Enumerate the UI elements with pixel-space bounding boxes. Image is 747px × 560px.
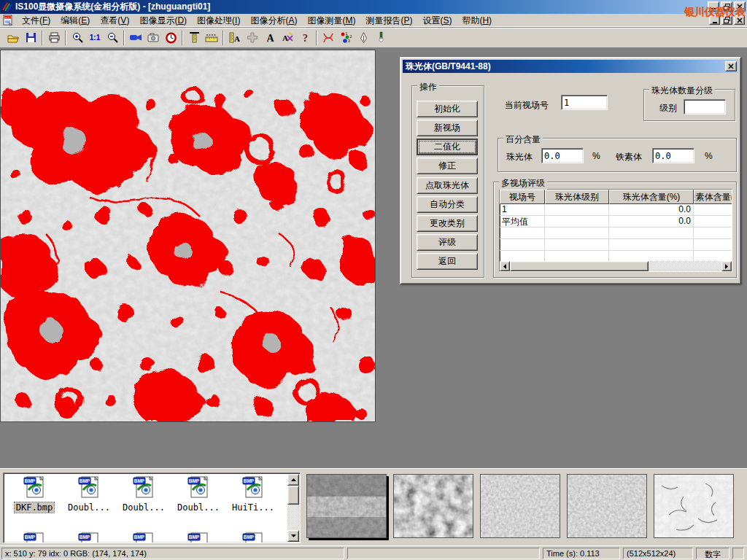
metallographic-image-canvas[interactable] — [0, 50, 376, 422]
toolbar-button-capture[interactable] — [144, 29, 162, 47]
thumbnail-4[interactable] — [567, 474, 647, 538]
toolbar-button-ruler[interactable] — [203, 29, 220, 47]
menu-help[interactable]: 帮助(H) — [457, 13, 497, 28]
toolbar-button-zoom-out[interactable] — [104, 29, 121, 47]
dialog-close-button[interactable] — [725, 61, 737, 71]
binarize-button[interactable]: 二值化 — [417, 139, 478, 155]
svg-text:BMP: BMP — [80, 478, 90, 483]
file-item-doubl3[interactable]: BMP Doubl... — [172, 475, 225, 513]
toolbar-button-measure-label[interactable]: A — [226, 29, 244, 47]
correct-button[interactable]: 修正 — [417, 158, 478, 174]
file-item-huiti[interactable]: BMP HuiTi... — [227, 475, 279, 513]
multifield-table[interactable]: 视场号 珠光体级别 珠光体含量(%) 铁素体含量(%) 1 0.0 — [499, 189, 732, 272]
grade-button[interactable]: 评级 — [417, 234, 478, 251]
mode-panel: 数字 — [696, 548, 729, 559]
bmp-file-icon: BMP — [23, 475, 46, 499]
table-row[interactable]: 1 0.0 — [500, 204, 732, 216]
toolbar-button-video[interactable] — [127, 29, 144, 47]
change-class-button[interactable]: 更改类别 — [417, 215, 478, 232]
table-row[interactable]: 平均值 0.0 — [500, 216, 732, 228]
file-name: Doubl... — [176, 502, 221, 513]
file-item-doubl2[interactable]: BMP Doubl... — [117, 475, 170, 513]
toolbar-button-print[interactable] — [45, 29, 63, 47]
child-restore-button[interactable] — [721, 15, 732, 25]
col-header-pearlite-pct[interactable]: 珠光体含量(%) — [609, 190, 694, 204]
toolbar-button-curve[interactable] — [320, 29, 337, 47]
toolbar-button-save[interactable] — [22, 29, 39, 47]
toolbar-button-zoom-in[interactable] — [69, 29, 86, 47]
scrollbar-thumb[interactable] — [287, 486, 299, 505]
child-close-button[interactable] — [734, 15, 745, 25]
file-item-partial[interactable]: BMP — [227, 532, 279, 543]
file-item-partial[interactable]: BMP — [117, 532, 170, 543]
menu-label: 图像分析( — [250, 15, 288, 26]
thumbnail-5[interactable] — [654, 474, 734, 538]
scrollbar-track[interactable] — [649, 261, 721, 271]
ruler-icon — [205, 31, 218, 44]
thumbnail-1[interactable] — [306, 474, 387, 538]
file-item-partial[interactable]: BMP — [8, 532, 61, 543]
toolbar-button-actual-size[interactable]: 1:1 — [86, 29, 104, 47]
col-header-pearlite-grade[interactable]: 珠光体级别 — [545, 190, 609, 204]
cell-field-no: 平均值 — [500, 216, 545, 228]
toolbar-separator — [222, 31, 224, 45]
file-item-partial[interactable]: BMP — [63, 532, 115, 543]
init-button[interactable]: 初始化 — [417, 101, 478, 117]
menu-label: 图像显示( — [139, 15, 177, 26]
bottom-panel: BMP DKF.bmp BMP Doubl... BMP Doubl... BM… — [0, 468, 747, 545]
scroll-left-button[interactable] — [500, 261, 510, 271]
file-list[interactable]: BMP DKF.bmp BMP Doubl... BMP Doubl... BM… — [3, 472, 301, 543]
window-minimize-button[interactable] — [708, 1, 719, 12]
toolbar-button-help[interactable]: ? — [296, 29, 314, 47]
toolbar-button-brush[interactable] — [372, 29, 390, 47]
menu-image-process[interactable]: 图像处理(I) — [192, 13, 245, 28]
svg-text:BMP: BMP — [244, 478, 255, 483]
menu-image-analysis[interactable]: 图像分析(A) — [245, 13, 302, 28]
child-minimize-button[interactable] — [709, 15, 720, 25]
menu-image-measure[interactable]: 图像测量(M) — [302, 13, 360, 28]
toolbar-button-open[interactable] — [4, 29, 22, 47]
dialog-title-bar[interactable]: 珠光体(GB/T9441-88) — [403, 60, 738, 73]
return-button[interactable]: 返回 — [417, 253, 478, 270]
toolbar-button-caliper[interactable] — [185, 29, 203, 47]
timer-clock-icon — [165, 31, 177, 44]
toolbar-button-text-delete[interactable]: A — [279, 29, 296, 47]
menu-edit[interactable]: 编辑(E) — [55, 13, 95, 28]
thumbnail-2[interactable] — [393, 474, 473, 538]
scroll-right-button[interactable] — [721, 261, 732, 271]
menu-file[interactable]: 文件(F) — [17, 13, 55, 28]
pearlite-dialog: 珠光体(GB/T9441-88) 操作 初始化 新视场 二值化 修正 点取珠光体… — [400, 57, 741, 284]
current-field-input[interactable] — [561, 95, 608, 110]
brush-icon — [375, 31, 387, 44]
toolbar-button-pen[interactable] — [355, 29, 372, 47]
scroll-up-button[interactable] — [287, 474, 299, 486]
file-item-dkf[interactable]: BMP DKF.bmp — [8, 475, 61, 513]
menu-image-display[interactable]: 图像显示(D) — [134, 13, 192, 28]
col-header-ferrite-pct[interactable]: 铁素体含量(%) — [694, 190, 732, 204]
ferrite-percent-input[interactable] — [652, 148, 694, 163]
window-close-button[interactable] — [734, 1, 746, 12]
toolbar-button-move[interactable] — [244, 29, 261, 47]
menu-view[interactable]: 查看(V) — [95, 13, 134, 28]
menu-settings[interactable]: 设置(S) — [417, 13, 457, 28]
table-horizontal-scrollbar[interactable] — [500, 261, 732, 271]
grade-input[interactable] — [684, 99, 726, 114]
toolbar-button-count-points[interactable]: 123 — [337, 29, 355, 47]
pick-pearlite-button[interactable]: 点取珠光体 — [417, 177, 478, 194]
window-restore-button[interactable] — [721, 1, 732, 12]
thumbnail-3[interactable] — [480, 474, 560, 538]
cell-field-no: 1 — [500, 204, 545, 216]
scroll-down-button[interactable] — [287, 530, 299, 542]
toolbar-button-text[interactable]: A — [261, 29, 279, 47]
file-list-vertical-scrollbar[interactable] — [287, 474, 299, 542]
pearlite-percent-input[interactable] — [541, 148, 584, 163]
menu-measure-report[interactable]: 测量报告(P) — [360, 13, 417, 28]
operations-group-label: 操作 — [417, 81, 439, 93]
toolbar-button-timer[interactable] — [162, 29, 179, 47]
file-item-partial[interactable]: BMP — [172, 532, 225, 543]
scrollbar-thumb[interactable] — [510, 261, 649, 271]
auto-classify-button[interactable]: 自动分类 — [417, 196, 478, 213]
new-field-button[interactable]: 新视场 — [417, 120, 478, 136]
file-item-doubl1[interactable]: BMP Doubl... — [63, 475, 115, 513]
col-header-field[interactable]: 视场号 — [500, 190, 545, 204]
